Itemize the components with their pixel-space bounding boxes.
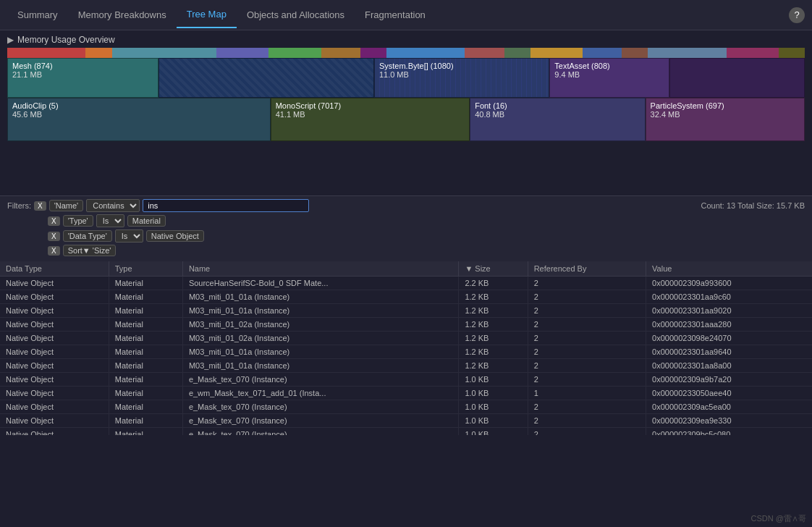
table-row[interactable]: Native Object Material SourceHanSerifSC-… [0, 277, 812, 290]
cell-size: 1.0 KB [459, 387, 528, 400]
filter-row-1: Filters: X 'Name' Contains Count: 13 Tot… [7, 199, 805, 212]
filter-x-btn-1[interactable]: X [34, 201, 46, 211]
cell-data-type: Native Object [0, 345, 109, 359]
filter-x-btn-3[interactable]: X [48, 232, 60, 241]
table-row[interactable]: Native Object Material e_wm_Mask_tex_071… [0, 387, 812, 400]
filter-type-tag: 'Type' [63, 215, 93, 227]
cell-data-type: Native Object [0, 428, 109, 436]
cell-data-type: Native Object [0, 414, 109, 428]
table-row[interactable]: Native Object Material M03_miti_01_01a (… [0, 359, 812, 373]
cell-name: M03_miti_01_02a (Instance) [182, 332, 459, 345]
col-header-referenced-by[interactable]: Referenced By [528, 261, 646, 277]
treemap-cell-font[interactable]: Font (16) 40.8 MB [470, 98, 645, 141]
treemap-monoscript-title: MonoScript (7017) [276, 101, 465, 110]
tab-objects-allocations[interactable]: Objects and Allocations [237, 2, 355, 28]
cell-data-type: Native Object [0, 359, 109, 373]
col-header-value[interactable]: Value [646, 261, 812, 277]
cell-size: 1.2 KB [459, 359, 528, 373]
filter-area: Filters: X 'Name' Contains Count: 13 Tot… [0, 195, 812, 261]
help-button[interactable]: ? [789, 7, 805, 23]
cell-referenced-by: 2 [528, 277, 646, 290]
cell-size: 1.2 KB [459, 332, 528, 345]
table-row[interactable]: Native Object Material M03_miti_01_01a (… [0, 304, 812, 318]
treemap-cell-monoscript[interactable]: MonoScript (7017) 41.1 MB [271, 98, 470, 141]
cell-type: Material [109, 345, 182, 359]
treemap-cell-audioclip[interactable]: AudioClip (5) 45.6 MB [7, 98, 271, 141]
treemap-cell-systembyte[interactable]: System.Byte[] (1080) 11.0 MB [374, 58, 549, 98]
filter-name-tag: 'Name' [49, 200, 84, 211]
filter-name-input[interactable] [143, 199, 309, 212]
filter-x-btn-2[interactable]: X [48, 216, 60, 226]
table-row[interactable]: Native Object Material e_Mask_tex_070 (I… [0, 400, 812, 414]
table-row[interactable]: Native Object Material e_Mask_tex_070 (I… [0, 428, 812, 436]
filter-material-tag: Material [127, 215, 166, 227]
cell-referenced-by: 2 [528, 290, 646, 304]
tab-fragmentation[interactable]: Fragmentation [355, 2, 436, 28]
col-header-size[interactable]: ▼ Size [459, 261, 528, 277]
cell-size: 1.2 KB [459, 304, 528, 318]
filter-x-btn-4[interactable]: X [48, 246, 60, 256]
cell-data-type: Native Object [0, 332, 109, 345]
cell-value: 0x0000023301aa8a00 [646, 359, 812, 373]
data-table-container: Data Type Type Name ▼ Size Referenced By… [0, 261, 812, 435]
cell-size: 1.0 KB [459, 414, 528, 428]
filter-stats: Count: 13 Total Size: 15.7 KB [701, 201, 805, 210]
cell-type: Material [109, 304, 182, 318]
filter-type-is-select[interactable]: Is [96, 214, 124, 227]
cell-size: 1.0 KB [459, 428, 528, 436]
treemap-monoscript-size: 41.1 MB [276, 110, 465, 119]
cell-size: 1.2 KB [459, 318, 528, 332]
cell-type: Material [109, 318, 182, 332]
cell-name: M03_miti_01_01a (Instance) [182, 359, 459, 373]
tab-memory-breakdowns[interactable]: Memory Breakdowns [68, 2, 177, 28]
cell-referenced-by: 2 [528, 428, 646, 436]
filter-datatype-tag: 'Data Type' [63, 230, 112, 242]
cell-referenced-by: 1 [528, 387, 646, 400]
filters-label: Filters: [7, 201, 31, 210]
memory-title-text: Memory Usage Overview [17, 35, 115, 45]
treemap-systembyte-title: System.Byte[] (1080) [379, 62, 544, 70]
cell-name: SourceHanSerifSC-Bold_0 SDF Mate... [182, 277, 459, 290]
tab-summary[interactable]: Summary [7, 2, 68, 28]
treemap-font-size: 40.8 MB [475, 110, 640, 119]
treemap-mesh-size: 21.1 MB [12, 70, 153, 79]
table-row[interactable]: Native Object Material M03_miti_01_01a (… [0, 345, 812, 359]
cell-type: Material [109, 373, 182, 387]
table-row[interactable]: Native Object Material e_Mask_tex_070 (I… [0, 414, 812, 428]
cell-data-type: Native Object [0, 318, 109, 332]
table-row[interactable]: Native Object Material M03_miti_01_01a (… [0, 290, 812, 304]
table-row[interactable]: Native Object Material M03_miti_01_02a (… [0, 332, 812, 345]
treemap-mesh-title: Mesh (874) [12, 62, 153, 70]
filter-row-3: X 'Data Type' Is Native Object [7, 229, 805, 243]
treemap-cell-mesh[interactable]: Mesh (874) 21.1 MB [7, 58, 158, 98]
cell-type: Material [109, 428, 182, 436]
cell-size: 2.2 KB [459, 277, 528, 290]
expand-arrow-icon: ▶ [7, 35, 14, 45]
filter-name-contains-select[interactable]: Contains [86, 199, 140, 212]
col-header-type[interactable]: Type [109, 261, 182, 277]
cell-size: 1.2 KB [459, 290, 528, 304]
cell-name: e_Mask_tex_070 (Instance) [182, 414, 459, 428]
cell-type: Material [109, 387, 182, 400]
cell-value: 0x0000023301aa9020 [646, 304, 812, 318]
cell-referenced-by: 2 [528, 373, 646, 387]
cell-value: 0x000002309ea9e330 [646, 414, 812, 428]
cell-type: Material [109, 290, 182, 304]
table-header-row: Data Type Type Name ▼ Size Referenced By… [0, 261, 812, 277]
cell-name: M03_miti_01_01a (Instance) [182, 290, 459, 304]
tab-tree-map[interactable]: Tree Map [177, 1, 237, 28]
cell-type: Material [109, 400, 182, 414]
cell-type: Material [109, 332, 182, 345]
cell-referenced-by: 2 [528, 318, 646, 332]
col-header-data-type[interactable]: Data Type [0, 261, 109, 277]
treemap-container[interactable]: Mesh (874) 21.1 MB System.Byte[] (1080) … [7, 48, 805, 193]
memory-section-title[interactable]: ▶ Memory Usage Overview [7, 35, 805, 45]
table-row[interactable]: Native Object Material e_Mask_tex_070 (I… [0, 373, 812, 387]
treemap-cell-textasset[interactable]: TextAsset (808) 9.4 MB [549, 58, 669, 98]
filter-datatype-is-select[interactable]: Is [115, 229, 143, 243]
treemap-font-title: Font (16) [475, 101, 640, 110]
col-header-name[interactable]: Name [182, 261, 459, 277]
treemap-cell-particlesystem[interactable]: ParticleSystem (697) 32.4 MB [646, 98, 805, 141]
table-row[interactable]: Native Object Material M03_miti_01_02a (… [0, 318, 812, 332]
cell-size: 1.2 KB [459, 345, 528, 359]
